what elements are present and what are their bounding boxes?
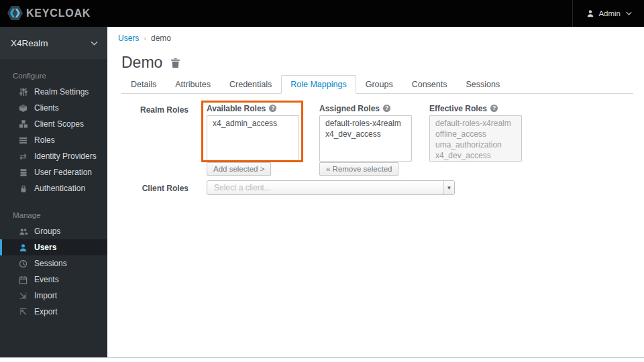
- sidebar-section-manage: Manage Groups Users Sessions: [0, 208, 107, 320]
- available-roles-label: Available Roles: [207, 104, 266, 113]
- assigned-roles-column: Assigned Roles ? default-roles-x4realm x…: [319, 103, 412, 176]
- role-option: offline_access: [430, 129, 521, 139]
- help-icon[interactable]: ?: [383, 105, 390, 112]
- sidebar-item-label: Export: [34, 307, 58, 316]
- effective-roles-column: Effective Roles ? default-roles-x4realm …: [429, 103, 522, 162]
- sidebar-item-label: User Federation: [34, 168, 92, 177]
- role-option: default-roles-x4realm: [430, 118, 521, 129]
- calendar-icon: [18, 276, 28, 284]
- client-select-placeholder: Select a client...: [207, 183, 443, 192]
- user-menu-label: Admin: [598, 9, 621, 17]
- tab-credentials[interactable]: Credentials: [220, 75, 281, 94]
- sidebar-item-label: Identity Providers: [34, 152, 97, 161]
- role-option: x4_dev_access: [430, 150, 521, 161]
- sidebar-item-realm-settings[interactable]: Realm Settings: [0, 84, 107, 100]
- keycloak-admin-console: KEYCLOAK Admin X4Realm Configure: [0, 0, 644, 362]
- keycloak-brand[interactable]: KEYCLOAK: [7, 5, 91, 21]
- sidebar-item-label: Sessions: [34, 259, 67, 268]
- breadcrumb-current: demo: [151, 34, 171, 43]
- breadcrumb-users-link[interactable]: Users: [118, 34, 139, 43]
- sidebar-item-authentication[interactable]: Authentication: [0, 180, 107, 196]
- realm-selector[interactable]: X4Realm: [0, 27, 107, 60]
- sidebar-item-roles[interactable]: Roles: [0, 132, 107, 148]
- sidebar-item-label: Authentication: [34, 184, 85, 193]
- sidebar-item-label: Client Scopes: [34, 119, 84, 129]
- realm-roles-label: Realm Roles: [121, 105, 189, 115]
- trash-icon[interactable]: [170, 58, 180, 68]
- sidebar-item-label: Clients: [34, 103, 59, 113]
- tab-bar: Details Attributes Credentials Role Mapp…: [121, 75, 633, 94]
- cubes-icon: [18, 119, 28, 129]
- cube-icon: [18, 104, 28, 113]
- keycloak-logo-icon: [7, 5, 23, 21]
- main-content: Users › demo Demo Details Attributes Cre…: [107, 27, 644, 357]
- client-roles-label: Client Roles: [121, 184, 189, 193]
- sidebar-item-users[interactable]: Users: [0, 239, 107, 255]
- sidebar-item-groups[interactable]: Groups: [0, 223, 107, 239]
- sidebar-item-label: Users: [34, 243, 56, 252]
- sidebar-item-sessions[interactable]: Sessions: [0, 255, 107, 272]
- sidebar-item-import[interactable]: ⇲ Import: [0, 288, 107, 304]
- breadcrumb-separator: ›: [144, 34, 146, 42]
- sidebar-item-label: Events: [34, 275, 59, 284]
- client-select-dropdown[interactable]: Select a client... ▼: [207, 180, 455, 195]
- available-roles-column: Available Roles ? x4_admin_access Add se…: [207, 103, 299, 176]
- brand-text: KEYCLOAK: [26, 7, 91, 19]
- role-option[interactable]: x4_admin_access: [207, 118, 299, 129]
- sidebar-item-label: Realm Settings: [34, 87, 89, 97]
- window-bottom-edge: [0, 357, 644, 358]
- groups-icon: [18, 227, 28, 236]
- realm-name: X4Realm: [11, 38, 48, 48]
- sidebar-item-client-scopes[interactable]: Client Scopes: [0, 116, 107, 132]
- list-icon: [18, 136, 28, 145]
- effective-roles-label: Effective Roles: [429, 104, 487, 113]
- sidebar-section-configure: Configure Realm Settings Clients Client …: [0, 69, 107, 196]
- tab-details[interactable]: Details: [121, 75, 166, 94]
- user-menu[interactable]: Admin: [572, 0, 644, 27]
- user-avatar-icon: [586, 9, 594, 17]
- user-icon: [18, 243, 28, 252]
- exchange-icon: ⇄: [18, 152, 28, 161]
- effective-roles-listbox: default-roles-x4realm offline_access uma…: [429, 115, 522, 162]
- tab-groups[interactable]: Groups: [356, 75, 402, 94]
- assigned-roles-label: Assigned Roles: [319, 104, 380, 113]
- tab-attributes[interactable]: Attributes: [166, 75, 220, 94]
- remove-selected-button[interactable]: « Remove selected: [319, 162, 398, 176]
- sidebar-item-identity-providers[interactable]: ⇄ Identity Providers: [0, 148, 107, 164]
- tab-sessions[interactable]: Sessions: [456, 75, 509, 94]
- page-title: Demo: [121, 54, 162, 72]
- assigned-roles-listbox[interactable]: default-roles-x4realm x4_dev_access: [319, 115, 412, 162]
- section-label: Manage: [0, 208, 107, 223]
- tab-role-mappings[interactable]: Role Mappings: [281, 75, 356, 94]
- sidebar-item-label: Import: [34, 291, 57, 300]
- sidebar-item-label: Roles: [34, 135, 55, 145]
- chevron-down-icon: [91, 41, 98, 46]
- export-icon: ⇱: [18, 308, 28, 316]
- sidebar-item-export[interactable]: ⇱ Export: [0, 304, 107, 320]
- role-option: uma_authorization: [430, 139, 521, 150]
- sliders-icon: [18, 87, 28, 97]
- help-icon[interactable]: ?: [269, 105, 276, 112]
- top-navbar: KEYCLOAK Admin: [0, 0, 644, 27]
- clock-icon: [18, 259, 28, 268]
- help-icon[interactable]: ?: [490, 105, 498, 112]
- database-icon: [18, 168, 28, 177]
- tab-consents[interactable]: Consents: [402, 75, 457, 94]
- import-icon: ⇲: [18, 292, 28, 300]
- sidebar-item-label: Groups: [34, 227, 60, 236]
- add-selected-button[interactable]: Add selected >: [207, 162, 271, 176]
- chevron-down-icon[interactable]: ▼: [443, 181, 454, 194]
- breadcrumb: Users › demo: [118, 34, 171, 43]
- available-roles-listbox[interactable]: x4_admin_access: [207, 115, 299, 162]
- sidebar-item-user-federation[interactable]: User Federation: [0, 164, 107, 180]
- role-option[interactable]: default-roles-x4realm: [320, 118, 411, 129]
- sidebar-item-clients[interactable]: Clients: [0, 100, 107, 116]
- sidebar: X4Realm Configure Realm Settings Clients: [0, 27, 107, 357]
- lock-icon: [18, 184, 28, 193]
- role-option[interactable]: x4_dev_access: [320, 129, 411, 139]
- section-label: Configure: [0, 69, 107, 84]
- chevron-down-icon: [626, 11, 632, 15]
- sidebar-item-events[interactable]: Events: [0, 272, 107, 288]
